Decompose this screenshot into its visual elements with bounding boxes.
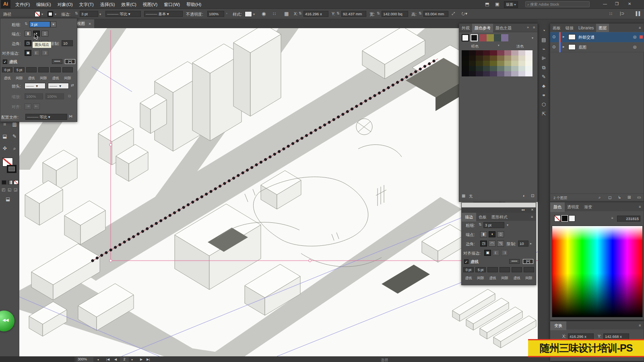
corner-round-button[interactable]: ◠ xyxy=(489,241,495,247)
color-swatch[interactable] xyxy=(462,61,469,66)
color-swatch[interactable] xyxy=(504,50,512,56)
flip-profile-icon[interactable]: ⋈ xyxy=(69,114,72,118)
color-swatch[interactable] xyxy=(476,66,483,71)
dock-collapse-icon[interactable]: ∷ xyxy=(609,11,612,16)
selection-indicator[interactable] xyxy=(640,35,643,39)
artboard-chevron-icon[interactable]: ▾ xyxy=(131,358,133,362)
color-swatch[interactable] xyxy=(518,71,526,76)
color-swatch[interactable] xyxy=(497,61,504,66)
color-swatch[interactable] xyxy=(462,50,469,56)
color-swatch[interactable] xyxy=(525,71,533,76)
color-panel-menu-icon[interactable]: ≡ xyxy=(639,205,641,209)
color-swatch[interactable] xyxy=(511,56,518,61)
none-button[interactable] xyxy=(14,180,19,185)
color-swatch[interactable] xyxy=(518,66,526,71)
color-swatch[interactable] xyxy=(518,56,526,61)
visibility-eye-icon[interactable]: ⊙ xyxy=(552,35,555,39)
edit-colors-icon[interactable]: ◐ xyxy=(523,193,525,198)
artboard-tool-icon[interactable]: ⬓ xyxy=(0,134,10,142)
new-sublayer-icon[interactable]: ↳ xyxy=(618,195,621,200)
bars-icon[interactable]: ▐▐ xyxy=(634,11,640,16)
cap-butt-button[interactable]: ▮ xyxy=(480,231,487,237)
expand-layer-icon[interactable]: ▸ xyxy=(563,35,565,39)
profile-select[interactable]: ――― 等比 ▾ xyxy=(25,114,67,120)
color-swatch[interactable] xyxy=(483,50,490,56)
base-color-black-swatch[interactable] xyxy=(471,34,478,41)
artboard-number-field[interactable]: 2 xyxy=(120,357,129,362)
dash-preserve-button[interactable]: ╍╍╍ xyxy=(52,59,62,64)
layers-copy-panel-icon[interactable]: ⧉ xyxy=(539,65,549,73)
none-swatch[interactable] xyxy=(554,215,561,222)
tab-links[interactable]: 链接 xyxy=(563,24,576,33)
weight-field[interactable]: 3 pt xyxy=(29,21,50,27)
style-chevron-icon[interactable]: ▾ xyxy=(253,12,255,16)
gradient-button[interactable] xyxy=(8,180,12,185)
color-swatch[interactable] xyxy=(469,66,476,71)
dash-preserve-button[interactable]: ╍╍╍ xyxy=(509,259,520,264)
dashed-checkbox[interactable]: ✓ xyxy=(3,60,7,64)
last-artboard-icon[interactable]: ▶| xyxy=(147,358,150,361)
corner-miter-button[interactable]: ◳ xyxy=(480,241,487,247)
align-outside-button[interactable]: ◨ xyxy=(41,50,48,56)
panel-scrollbar[interactable] xyxy=(462,203,536,208)
color-button[interactable] xyxy=(2,180,6,185)
weight-field[interactable]: 3 pt xyxy=(483,222,504,228)
width-spinner[interactable]: ⇅ xyxy=(377,11,380,15)
align-center-button[interactable]: ▣ xyxy=(25,50,31,56)
arrange-documents-icon[interactable]: ⬒ xyxy=(485,2,489,7)
black-swatch-selected[interactable] xyxy=(561,215,568,222)
tab-stroke[interactable]: 描边 xyxy=(462,213,476,222)
arrow-align-end-button[interactable]: ⇤ xyxy=(33,103,40,109)
arrow-scale-end-field[interactable]: 100% xyxy=(45,93,64,99)
align-outside-button[interactable]: ◨ xyxy=(501,250,508,256)
limit-colors-icon[interactable]: ▦ xyxy=(462,193,465,198)
draw-normal-mode-icon[interactable]: ◰ xyxy=(2,187,5,192)
harmony-swatch-4[interactable] xyxy=(501,34,508,41)
width-field[interactable]: 142.000 bq xyxy=(382,11,408,17)
screen-mode-icon[interactable]: ▣ xyxy=(495,2,499,7)
color-swatch[interactable] xyxy=(497,66,504,71)
tab-transparency[interactable]: 透明度 xyxy=(565,203,582,212)
harmony-swatch-1[interactable] xyxy=(479,34,487,41)
height-field[interactable]: 83.004 mm xyxy=(423,11,448,17)
shear-dropdown-icon[interactable]: ⭮▾ xyxy=(461,11,467,16)
menu-item[interactable]: 视图(V) xyxy=(140,0,161,9)
stroke-panel-menu-icon[interactable]: ≡ xyxy=(531,215,533,219)
corner-miter-button[interactable]: ◳ xyxy=(25,40,31,46)
dash-field-3[interactable] xyxy=(50,67,61,72)
color-swatch[interactable] xyxy=(504,71,512,76)
color-spectrum[interactable] xyxy=(552,226,643,317)
arrow-align-tip-button[interactable]: ⇥ xyxy=(25,103,31,109)
color-swatch[interactable] xyxy=(518,50,526,56)
layer-name[interactable]: 外部交通 xyxy=(578,35,594,40)
color-swatch[interactable] xyxy=(469,56,476,61)
menu-item[interactable]: 文字(T) xyxy=(76,0,97,9)
visibility-eye-icon[interactable]: ⊙ xyxy=(552,45,555,49)
color-swatch[interactable] xyxy=(525,66,533,71)
brush-select[interactable]: ――― 基本 ▾ xyxy=(144,11,183,17)
dash-field-1[interactable]: 0 pt xyxy=(2,67,12,72)
tab-swatches[interactable]: 色板 xyxy=(476,213,489,222)
target-circle-icon[interactable]: ◎ xyxy=(633,35,637,39)
align-center-button[interactable]: ▣ xyxy=(484,250,491,256)
miter-limit-field[interactable]: 10 xyxy=(62,40,73,46)
link-scale-icon[interactable]: ⧉ xyxy=(68,94,71,99)
align-dropdown-icon[interactable]: ∷ xyxy=(273,11,276,16)
save-to-swatches-icon[interactable]: ⊡ xyxy=(531,193,534,198)
pathfinder-panel-icon[interactable]: ⬡ xyxy=(539,102,549,110)
style-swatch[interactable] xyxy=(245,11,252,17)
draw-inside-mode-icon[interactable]: ◲ xyxy=(14,187,17,192)
panel-toggle-icon[interactable]: |⊃ xyxy=(620,11,624,16)
transform-panel-menu-icon[interactable]: ≡ xyxy=(639,323,641,327)
color-swatch[interactable] xyxy=(476,56,483,61)
color-swatch[interactable] xyxy=(497,50,504,56)
color-swatch[interactable] xyxy=(504,61,512,66)
cap-round-button[interactable]: ◖ xyxy=(489,231,495,237)
miter-limit-chevron-icon[interactable]: ▸ xyxy=(530,242,532,245)
color-swatch[interactable] xyxy=(483,56,490,61)
brushes-panel-icon[interactable]: ✎ xyxy=(539,74,549,82)
menu-item[interactable]: 帮助(H) xyxy=(183,0,204,9)
color-swatch[interactable] xyxy=(504,56,512,61)
color-swatch[interactable] xyxy=(511,61,518,66)
tab-color[interactable]: 颜色 xyxy=(550,202,565,212)
